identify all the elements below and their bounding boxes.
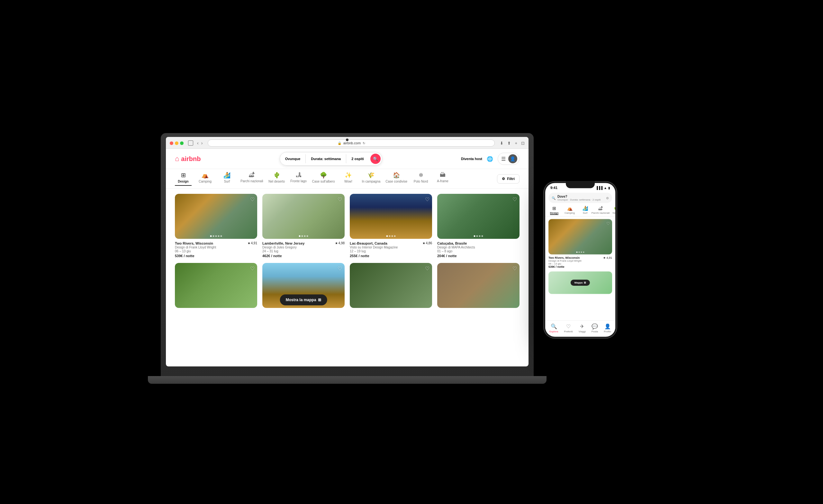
favorite-button-modern[interactable]: ♡ xyxy=(338,266,342,272)
category-campagna[interactable]: 🌾 In campagna xyxy=(362,172,380,186)
camping-label: Camping xyxy=(199,180,211,183)
listing-card-interior[interactable]: ♡ xyxy=(350,263,432,311)
listing-title-row: Lac-Beauport, Canada ★ 4,86 xyxy=(350,241,432,245)
category-design[interactable]: ⊞ Design xyxy=(175,172,192,186)
listing-rating: ★ 4,86 xyxy=(423,241,432,245)
listing-rating: ★ 4,98 xyxy=(335,241,345,245)
phone-cat-design[interactable]: ⊞ Design xyxy=(548,206,560,215)
phone-notch xyxy=(566,181,595,188)
listing-card-lambertville[interactable]: ♡ Lam xyxy=(262,194,345,258)
airbnb-logo-text: airbnb xyxy=(181,155,201,163)
phone-cat-deserto[interactable]: 🌵 Nel d. xyxy=(610,206,615,215)
dot-1 xyxy=(299,235,301,237)
url-bar[interactable]: 🔒 airbnb.com ↻ xyxy=(208,140,495,147)
sidebar-icon[interactable]: ⊡ xyxy=(521,141,525,146)
condivise-icon: 🏠 xyxy=(393,172,400,179)
back-button[interactable]: ‹ xyxy=(197,141,199,146)
phone-heart-1[interactable]: ♡ xyxy=(606,221,610,226)
dot-2 xyxy=(213,235,214,237)
header-right: Diventa host 🌐 ☰ 👤 xyxy=(461,153,519,165)
category-lago[interactable]: 🏞 Fronte lago xyxy=(290,172,307,186)
phone-nav-preferiti[interactable]: ♡ Preferiti xyxy=(564,323,573,333)
battery-icon: ▮ xyxy=(608,186,610,189)
listing-card-lac-beauport[interactable]: ♡ Lac xyxy=(350,194,432,258)
category-deserto[interactable]: 🌵 Nel deserto xyxy=(269,172,285,186)
listing-card-treehouse[interactable]: ♡ xyxy=(175,263,257,311)
new-tab-icon[interactable]: + xyxy=(515,141,517,146)
phone-cat-camping[interactable]: ⛺ Camping xyxy=(564,206,575,215)
category-condivise[interactable]: 🏠 Case condivise xyxy=(385,172,407,186)
category-parchi[interactable]: 🏕 Parchi nazionali xyxy=(240,172,263,186)
show-map-button[interactable]: Mostra la mappa ⊞ xyxy=(280,295,327,305)
phone-map-button[interactable]: Mappa ⊞ xyxy=(570,280,590,286)
parchi-label: Parchi nazionali xyxy=(240,179,263,183)
favorite-button-lambertville[interactable]: ♡ xyxy=(338,196,342,202)
share-icon[interactable]: ⬆ xyxy=(507,141,511,146)
phone-search-icon: 🔍 xyxy=(552,196,555,200)
dot-2 xyxy=(476,235,478,237)
favorite-button-lac-beauport[interactable]: ♡ xyxy=(425,196,430,202)
category-wow[interactable]: ✨ Wow! xyxy=(340,172,356,186)
hamburger-icon: ☰ xyxy=(501,156,506,162)
listing-location: Catuçaba, Brasile xyxy=(437,241,467,245)
pdot-4 xyxy=(583,252,585,253)
phone-card-1[interactable]: ♡ Two Rivers, Wisconsin ★ 4,9 xyxy=(548,219,612,269)
preferiti-label: Preferiti xyxy=(564,330,573,333)
phone-filter-icon[interactable]: ⚙ xyxy=(606,196,609,200)
airbnb-logo[interactable]: ⌂ airbnb xyxy=(175,155,201,163)
phone-parchi-icon: 🏕 xyxy=(598,206,603,211)
user-menu[interactable]: ☰ 👤 xyxy=(498,153,519,165)
phone-cat-surf[interactable]: 🏄 Surf xyxy=(579,206,591,215)
favorite-button-catucaba[interactable]: ♡ xyxy=(512,196,517,202)
category-polo[interactable]: ❄ Polo Nord xyxy=(413,172,429,186)
search-location[interactable]: Ovunque xyxy=(280,154,306,163)
signal-icon: ▐▐▐ xyxy=(596,186,603,189)
lago-label: Fronte lago xyxy=(290,179,307,183)
phone-time: 9:41 xyxy=(550,186,557,190)
phone-design-label: Design xyxy=(550,211,559,215)
camping-icon: ⛺ xyxy=(201,172,209,179)
favorite-button-interior[interactable]: ♡ xyxy=(425,266,430,272)
category-albero[interactable]: 🌳 Case sull'albero xyxy=(312,172,335,186)
search-duration[interactable]: Durata: settimana xyxy=(306,154,346,163)
refresh-icon[interactable]: ↻ xyxy=(363,141,365,145)
phone-nav-viaggi[interactable]: ✈ Viaggi xyxy=(579,323,586,333)
globe-icon[interactable]: 🌐 xyxy=(487,156,493,162)
phone-search-bar[interactable]: 🔍 Dove? Ovunque · Durata: settimana · 2 … xyxy=(548,193,612,203)
category-camping[interactable]: ⛺ Camping xyxy=(197,172,213,186)
listing-card-two-rivers[interactable]: ♡ xyxy=(175,194,257,258)
phone-location: Two Rivers, Wisconsin xyxy=(548,256,580,260)
phone-map-card[interactable]: Mappa ⊞ xyxy=(548,272,612,294)
traffic-light-yellow[interactable] xyxy=(175,141,178,145)
search-guests[interactable]: 2 ospiti xyxy=(346,154,369,163)
listing-card-catucaba[interactable]: ♡ Cat xyxy=(437,194,519,258)
tabs-icon[interactable] xyxy=(188,141,193,146)
phone-cat-parchi[interactable]: 🏕 Parchi nazionali xyxy=(595,206,606,215)
download-icon[interactable]: ⬇ xyxy=(500,141,503,146)
filter-button[interactable]: ⚙ Filtri xyxy=(497,174,519,184)
forward-button[interactable]: › xyxy=(201,141,203,146)
dot-3 xyxy=(215,235,217,237)
traffic-light-red[interactable] xyxy=(170,141,173,145)
search-button[interactable]: 🔍 xyxy=(370,154,381,164)
phone-nav-esplora[interactable]: 🔍 Esplora xyxy=(549,323,558,333)
listing-card-modern[interactable]: ♡ Mostra la mappa ⊞ xyxy=(262,263,345,311)
listing-title-row: Lambertville, New Jersey ★ 4,98 xyxy=(262,241,345,245)
phone-search-text: Dove? Ovunque · Durata: settimana · 2 os… xyxy=(557,195,601,201)
phone-surf-icon: 🏄 xyxy=(583,206,588,211)
favorite-button-treehouse[interactable]: ♡ xyxy=(250,266,255,272)
listing-card-brick[interactable]: ♡ xyxy=(437,263,519,311)
favorite-button-two-rivers[interactable]: ♡ xyxy=(250,196,255,202)
traffic-light-green[interactable] xyxy=(180,141,184,145)
phone-nav-posta[interactable]: 💬 Posta xyxy=(592,323,598,333)
category-bar: ⊞ Design ⛺ Camping 🏄 Surf xyxy=(166,169,528,189)
category-aframe[interactable]: 🏔 A-frame xyxy=(434,172,451,186)
category-surf[interactable]: 🏄 Surf xyxy=(218,172,235,186)
albero-label: Case sull'albero xyxy=(312,180,335,183)
phone-nav-profilo[interactable]: 👤 Profilo xyxy=(604,323,611,333)
become-host-button[interactable]: Diventa host xyxy=(461,157,482,161)
laptop-screen: ‹ › 🔒 airbnb.com ↻ ⬇ ⬆ + ⊡ xyxy=(166,137,528,366)
campagna-label: In campagna xyxy=(362,180,380,183)
favorite-button-brick[interactable]: ♡ xyxy=(512,266,517,272)
listing-price: 462€ / notte xyxy=(262,254,345,258)
